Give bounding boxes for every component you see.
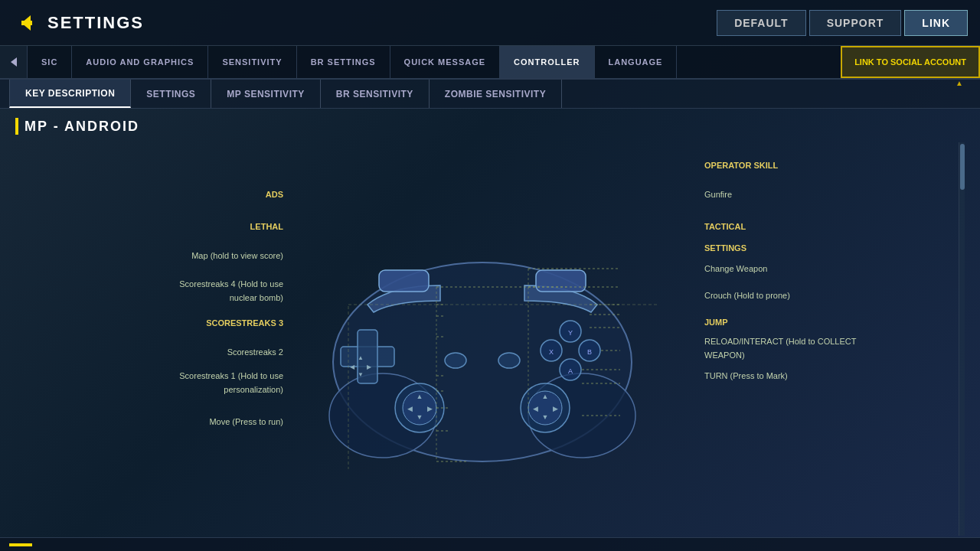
controller-svg: ▲ ▼ ◀ ▶ ▲ ▼ ◀ ▶ ▲ ▼ ◀ ▶ <box>306 186 658 469</box>
svg-text:A: A <box>568 367 573 375</box>
label-ads: ADS <box>266 187 283 201</box>
svg-text:◀: ◀ <box>533 405 538 412</box>
svg-text:◀: ◀ <box>407 405 413 412</box>
svg-text:X: X <box>549 348 554 356</box>
svg-point-27 <box>498 353 520 368</box>
label-scorestreaks1: Scorestreaks 1 (Hold to usepersonalizati… <box>179 368 283 396</box>
svg-text:▶: ▶ <box>553 405 558 412</box>
title-accent-bar <box>15 118 18 135</box>
nav-tabs: SIC AUDIO AND GRAPHICS SENSITIVITY BR SE… <box>0 46 980 80</box>
svg-text:▶: ▶ <box>427 405 433 412</box>
subtab-settings[interactable]: SETTINGS <box>131 80 211 108</box>
svg-rect-6 <box>379 270 429 292</box>
svg-marker-2 <box>11 57 17 67</box>
svg-text:◀: ◀ <box>350 364 355 370</box>
label-operator-skill: OPERATOR SKILL <box>704 158 778 171</box>
label-gunfire-text: Gunfire <box>704 190 732 199</box>
label-turn-text: TURN (Press to Mark) <box>704 371 788 380</box>
tab-quick[interactable]: QUICK MESSAGE <box>390 46 501 78</box>
label-lethal-text: LETHAL <box>250 222 283 231</box>
label-move-text: Move (Press to run) <box>209 417 283 426</box>
section-title: MP - ANDROID <box>15 118 965 135</box>
default-button[interactable]: DEFAULT <box>717 10 806 36</box>
scrollbar[interactable] <box>959 142 965 536</box>
top-bar: SETTINGS DEFAULT SUPPORT LINK <box>0 0 980 46</box>
label-reload-text: RELOAD/INTERACT (Hold to COLLECT WEAPON) <box>704 337 856 360</box>
svg-text:B: B <box>587 348 592 356</box>
link-button[interactable]: LINK <box>904 10 968 36</box>
label-change-weapon-text: Change Weapon <box>704 264 767 273</box>
label-tactical: TACTICAL <box>704 219 746 233</box>
tab-basic[interactable]: SIC <box>28 46 72 78</box>
main-content: MP - ANDROID ADS LETHAL Map (hold to vie… <box>0 109 980 551</box>
tab-controller[interactable]: CONTROLLER <box>500 46 594 78</box>
svg-text:▲: ▲ <box>416 393 423 400</box>
back-button[interactable] <box>12 9 40 37</box>
label-reload: RELOAD/INTERACT (Hold to COLLECT WEAPON) <box>704 334 858 361</box>
label-change-weapon: Change Weapon <box>704 261 767 275</box>
label-tactical-text: TACTICAL <box>704 222 746 231</box>
labels-left: ADS LETHAL Map (hold to view score) Scor… <box>15 142 283 536</box>
label-jump-text: JUMP <box>704 318 728 327</box>
svg-text:▲: ▲ <box>358 354 364 361</box>
subtab-zombie-sensitivity[interactable]: ZOMBIE Sensitivity <box>430 80 562 108</box>
label-turn: TURN (Press to Mark) <box>704 368 788 382</box>
label-scorestreaks2-text: Scorestreaks 2 <box>227 347 283 357</box>
tab-sensitivity[interactable]: SENSITIVITY <box>208 46 296 78</box>
subtab-mp-sensitivity[interactable]: MP Sensitivity <box>211 80 320 108</box>
label-scorestreaks1-text: Scorestreaks 1 (Hold to usepersonalizati… <box>179 371 283 394</box>
svg-text:▼: ▼ <box>542 413 549 421</box>
support-button[interactable]: SUPPORT <box>809 10 902 36</box>
nav-back-button[interactable] <box>0 46 28 78</box>
label-gunfire: Gunfire <box>704 187 732 201</box>
link-social-tab[interactable]: LINK TO SOCIAL ACCOUNT <box>841 46 980 78</box>
svg-text:▼: ▼ <box>416 413 423 421</box>
top-bar-buttons: DEFAULT SUPPORT LINK <box>717 10 968 36</box>
svg-rect-1 <box>21 21 32 25</box>
svg-text:Y: Y <box>568 329 573 337</box>
svg-text:▼: ▼ <box>358 371 364 378</box>
label-scorestreaks4: Scorestreaks 4 (Hold to usenuclear bomb) <box>179 276 283 304</box>
svg-rect-7 <box>536 270 586 292</box>
label-jump: JUMP <box>704 315 728 328</box>
bottom-hint-bar <box>0 537 980 551</box>
label-scorestreaks2: Scorestreaks 2 <box>227 344 283 358</box>
label-ads-text: ADS <box>266 190 283 199</box>
label-scorestreaks3: SCORESTREAKS 3 <box>206 315 283 329</box>
label-scorestreaks4-text: Scorestreaks 4 (Hold to usenuclear bomb) <box>179 279 283 302</box>
tab-language[interactable]: LANGUAGE <box>595 46 678 78</box>
scrollbar-thumb[interactable] <box>960 144 965 190</box>
label-operator-text: OPERATOR SKILL <box>704 161 778 170</box>
labels-right: OPERATOR SKILL Gunfire TACTICAL SETTINGS… <box>704 142 965 536</box>
label-map: Map (hold to view score) <box>191 248 283 262</box>
sub-tabs: KEY DESCRIPTION SETTINGS MP Sensitivity … <box>0 80 980 109</box>
label-scorestreaks3-text: SCORESTREAKS 3 <box>206 318 283 328</box>
controller-diagram-area: ADS LETHAL Map (hold to view score) Scor… <box>15 142 965 536</box>
label-move: Move (Press to run) <box>209 414 283 428</box>
svg-text:▲: ▲ <box>542 393 549 400</box>
page-title: SETTINGS <box>47 13 144 33</box>
top-bar-left: SETTINGS <box>12 9 144 37</box>
controller-svg-container: ▲ ▼ ◀ ▶ ▲ ▼ ◀ ▶ ▲ ▼ ◀ ▶ <box>306 186 674 492</box>
svg-point-26 <box>445 353 466 368</box>
label-lethal: LETHAL <box>250 219 283 233</box>
label-settings-r-text: SETTINGS <box>704 243 746 253</box>
label-settings-r: SETTINGS <box>704 240 746 254</box>
bottom-indicator <box>9 543 32 546</box>
tab-br[interactable]: BR SETTINGS <box>297 46 390 78</box>
label-map-text: Map (hold to view score) <box>191 251 283 260</box>
svg-text:▶: ▶ <box>367 364 372 370</box>
label-crouch-text: Crouch (Hold to prone) <box>704 291 790 300</box>
section-title-text: MP - ANDROID <box>24 119 139 135</box>
label-crouch: Crouch (Hold to prone) <box>704 288 790 302</box>
tab-audio[interactable]: AUDIO AND GRAPHICS <box>72 46 208 78</box>
subtab-br-sensitivity[interactable]: BR Sensitivity <box>321 80 430 108</box>
subtab-key-description[interactable]: KEY DESCRIPTION <box>9 80 131 108</box>
